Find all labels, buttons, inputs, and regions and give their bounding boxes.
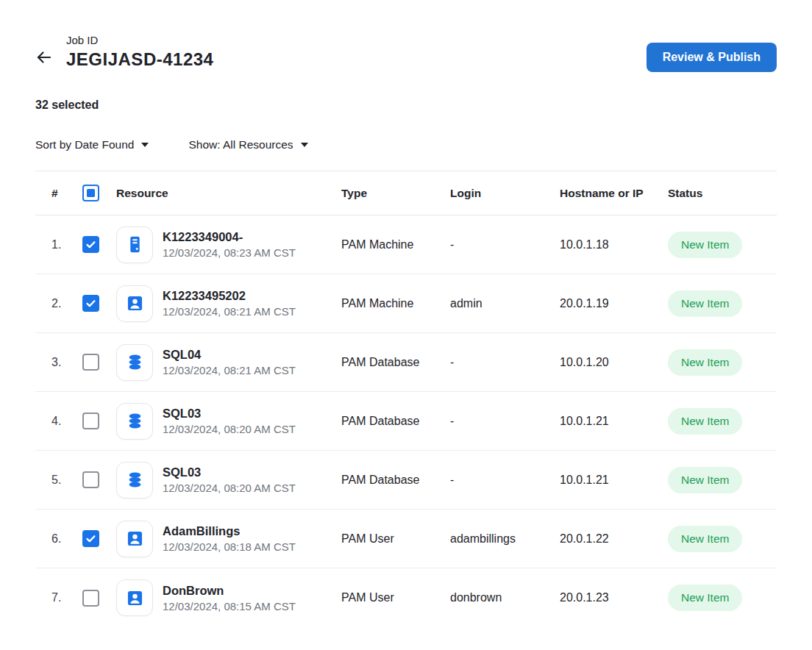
checkmark-icon	[85, 297, 97, 310]
row-checkbox[interactable]	[82, 295, 99, 312]
show-filter-label: Show: All Resources	[188, 138, 293, 151]
column-header-status: Status	[668, 187, 777, 200]
column-header-login: Login	[450, 187, 560, 200]
resource-type: PAM Database	[341, 415, 450, 428]
resource-found-timestamp: 12/03/2024, 08:20 AM CST	[163, 482, 296, 494]
resource-name: AdamBillings	[163, 524, 296, 538]
column-header-resource: Resource	[116, 187, 341, 200]
resource-login: donbrown	[450, 591, 560, 604]
status-badge: New Item	[668, 526, 742, 552]
resource-hostname: 20.0.1.22	[560, 532, 668, 546]
resource-icon-tile	[116, 403, 153, 440]
row-checkbox[interactable]	[82, 354, 99, 371]
discovery-results-page: Job ID JEGIJASD-41234 Review & Publish 3…	[0, 0, 812, 650]
database-icon	[125, 470, 145, 490]
status-badge: New Item	[668, 349, 742, 376]
server-icon	[125, 235, 145, 254]
resource-type: PAM Machine	[341, 297, 450, 310]
row-number: 7.	[35, 591, 82, 604]
table-header-row: # Resource Type Login Hostname or IP Sta…	[35, 171, 777, 215]
row-number: 6.	[35, 532, 82, 546]
status-badge: New Item	[668, 585, 742, 611]
resource-found-timestamp: 12/03/2024, 08:18 AM CST	[163, 540, 296, 553]
checkmark-icon	[85, 238, 97, 251]
column-header-hostname: Hostname or IP	[560, 187, 668, 200]
column-header-type: Type	[341, 187, 450, 200]
page-title: JEGIJASD-41234	[66, 49, 213, 70]
resource-icon-tile	[116, 344, 153, 381]
resource-cell: SQL04 12/03/2024, 08:21 AM CST	[116, 344, 341, 381]
row-checkbox[interactable]	[82, 590, 99, 607]
resource-name: DonBrown	[163, 584, 296, 598]
resource-login: -	[450, 356, 560, 369]
table-row: 1. K1223349004- 12/03/2024, 08:23 AM CST…	[35, 215, 777, 274]
row-number: 5.	[35, 474, 82, 487]
row-checkbox[interactable]	[82, 471, 99, 488]
indeterminate-mark	[87, 189, 95, 197]
resource-name: SQL03	[163, 465, 296, 479]
status-badge: New Item	[668, 408, 742, 435]
resource-icon-tile	[116, 226, 153, 263]
resource-cell: DonBrown 12/03/2024, 08:15 AM CST	[116, 579, 341, 616]
review-publish-button[interactable]: Review & Publish	[647, 43, 777, 72]
resource-hostname: 20.0.1.19	[560, 297, 668, 310]
resource-cell: SQL03 12/03/2024, 08:20 AM CST	[116, 462, 341, 499]
resource-cell: K1223349004- 12/03/2024, 08:23 AM CST	[116, 226, 341, 263]
resource-name: K12233495202	[163, 289, 296, 303]
resource-icon-tile	[116, 579, 153, 616]
database-icon	[125, 411, 145, 431]
table-row: 4. SQL03 12/03/2024, 08:20 AM CST PAM Da…	[35, 392, 777, 451]
resource-name: SQL04	[163, 348, 296, 362]
resource-found-timestamp: 12/03/2024, 08:21 AM CST	[163, 305, 296, 318]
resource-icon-tile	[116, 285, 153, 322]
status-badge: New Item	[668, 467, 742, 493]
resource-hostname: 10.0.1.21	[560, 415, 668, 428]
resource-cell: AdamBillings 12/03/2024, 08:18 AM CST	[116, 521, 341, 557]
user-icon	[125, 293, 145, 313]
resource-type: PAM Database	[341, 356, 450, 369]
row-checkbox[interactable]	[82, 530, 99, 547]
sort-dropdown-label: Sort by Date Found	[35, 138, 134, 151]
job-id-label: Job ID	[66, 34, 213, 46]
resource-hostname: 20.0.1.23	[560, 591, 668, 604]
resource-type: PAM Database	[341, 474, 450, 487]
row-checkbox[interactable]	[82, 413, 99, 429]
user-icon	[125, 588, 145, 608]
resource-found-timestamp: 12/03/2024, 08:23 AM CST	[163, 246, 296, 259]
selected-count: 32 selected	[35, 99, 777, 112]
chevron-down-icon	[301, 143, 308, 147]
resource-login: -	[450, 474, 560, 487]
filter-bar: Sort by Date Found Show: All Resources	[35, 138, 777, 151]
row-checkbox[interactable]	[82, 236, 99, 253]
resource-icon-tile	[116, 462, 153, 499]
resource-type: PAM User	[341, 532, 450, 546]
resource-name: SQL03	[163, 407, 296, 421]
resource-hostname: 10.0.1.21	[560, 474, 668, 487]
resource-found-timestamp: 12/03/2024, 08:20 AM CST	[163, 423, 296, 435]
resource-name: K1223349004-	[163, 230, 296, 244]
sort-dropdown[interactable]: Sort by Date Found	[35, 138, 149, 151]
table-row: 7. DonBrown 12/03/2024, 08:15 AM CST PAM…	[35, 568, 777, 627]
resource-login: adambillings	[450, 532, 560, 546]
table-row: 6. AdamBillings 12/03/2024, 08:18 AM CST…	[35, 510, 777, 568]
resource-type: PAM Machine	[341, 238, 450, 251]
user-icon	[125, 529, 145, 549]
resource-hostname: 10.0.1.20	[560, 356, 668, 369]
database-icon	[125, 352, 145, 372]
status-badge: New Item	[668, 290, 742, 317]
resource-login: -	[450, 415, 560, 428]
table-row: 2. K12233495202 12/03/2024, 08:21 AM CST…	[35, 274, 777, 333]
row-number: 1.	[35, 238, 82, 251]
select-all-checkbox[interactable]	[82, 185, 99, 201]
back-button[interactable]	[35, 49, 53, 68]
resource-login: -	[450, 238, 560, 251]
resources-table: # Resource Type Login Hostname or IP Sta…	[35, 171, 777, 627]
checkmark-icon	[85, 532, 97, 545]
resource-icon-tile	[116, 521, 153, 557]
resource-cell: SQL03 12/03/2024, 08:20 AM CST	[116, 403, 341, 440]
row-number: 2.	[35, 297, 82, 310]
resource-hostname: 10.0.1.18	[560, 238, 668, 251]
show-filter-dropdown[interactable]: Show: All Resources	[188, 138, 307, 151]
column-header-num: #	[35, 187, 82, 200]
resource-type: PAM User	[341, 591, 450, 604]
